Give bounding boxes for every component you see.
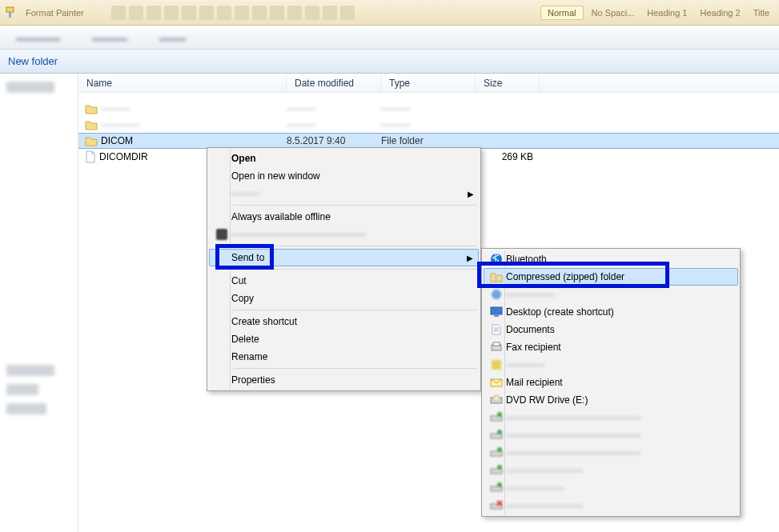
menu-item-network-location[interactable]: ———————— bbox=[484, 462, 738, 479]
file-name: DICOMDIR bbox=[99, 151, 148, 162]
format-painter-label: Format Painter bbox=[21, 8, 89, 18]
word-ribbon: Format Painter Normal No Spaci... Headin… bbox=[0, 0, 779, 26]
menu-item-redacted[interactable]: ————— bbox=[484, 286, 738, 303]
menu-separator bbox=[233, 205, 477, 206]
desktop-icon bbox=[490, 306, 503, 318]
ribbon-icon[interactable] bbox=[235, 6, 249, 20]
menu-item-create-shortcut[interactable]: Create shortcut bbox=[209, 313, 479, 330]
menu-item-delete[interactable]: Delete bbox=[209, 330, 479, 348]
svg-rect-16 bbox=[491, 434, 502, 438]
style-label[interactable]: Title bbox=[749, 8, 774, 18]
menu-item-network-location[interactable]: —————————————— bbox=[484, 409, 738, 426]
zip-folder-icon bbox=[490, 270, 503, 283]
explorer-toolbar: New folder bbox=[0, 50, 779, 74]
ribbon-icon[interactable] bbox=[252, 6, 267, 20]
menu-item-desktop-shortcut[interactable]: Desktop (create shortcut) bbox=[484, 303, 738, 321]
file-type: File folder bbox=[381, 135, 476, 146]
submenu-arrow-icon: ▶ bbox=[468, 190, 474, 198]
menu-item-mail-recipient[interactable]: Mail recipient bbox=[484, 374, 738, 391]
sendto-submenu: Bluetooth Compressed (zipped) folder ———… bbox=[481, 248, 741, 517]
ribbon-icon[interactable] bbox=[305, 6, 319, 20]
breadcrumb[interactable]: ▬▬▬ bbox=[159, 33, 186, 42]
folder-icon bbox=[85, 135, 98, 146]
svg-point-5 bbox=[492, 290, 501, 299]
ribbon-icon[interactable] bbox=[147, 6, 161, 20]
table-row-dicom[interactable]: DICOM 8.5.2017 9:40 File folder bbox=[78, 133, 779, 149]
documents-icon bbox=[490, 323, 503, 336]
column-headers: Name Date modified Type Size bbox=[78, 74, 779, 93]
svg-point-15 bbox=[497, 412, 502, 417]
breadcrumb[interactable]: ▬▬▬▬ bbox=[92, 33, 127, 42]
svg-rect-2 bbox=[216, 229, 227, 240]
menu-item-compressed-folder[interactable]: Compressed (zipped) folder bbox=[484, 268, 738, 286]
menu-separator bbox=[233, 269, 477, 270]
mail-icon bbox=[490, 376, 503, 389]
column-header-date[interactable]: Date modified bbox=[287, 74, 381, 92]
menu-item-network-location[interactable]: —————— bbox=[484, 479, 738, 497]
submenu-arrow-icon: ▶ bbox=[467, 254, 473, 262]
sidebar-item[interactable] bbox=[6, 365, 54, 376]
menu-item-network-location[interactable]: ———————— bbox=[484, 497, 738, 514]
table-row[interactable]: ——— ——— ——— bbox=[78, 101, 779, 117]
svg-rect-10 bbox=[492, 360, 501, 370]
menu-item-redacted[interactable]: ———— bbox=[484, 356, 738, 374]
menu-item-redacted[interactable]: ———▶ bbox=[209, 185, 479, 202]
ribbon-icon[interactable] bbox=[323, 6, 337, 20]
menu-item-send-to[interactable]: Send to▶ bbox=[209, 249, 479, 266]
breadcrumb[interactable]: ▬▬▬▬▬ bbox=[16, 33, 60, 42]
column-header-name[interactable]: Name bbox=[78, 74, 287, 92]
svg-point-17 bbox=[497, 430, 502, 434]
ribbon-icon[interactable] bbox=[270, 6, 284, 20]
sidebar-item[interactable] bbox=[6, 384, 38, 395]
folder-icon bbox=[85, 119, 98, 130]
table-row[interactable]: ———— ——— ——— bbox=[78, 117, 779, 133]
menu-item-open[interactable]: Open bbox=[209, 150, 479, 167]
ribbon-icon[interactable] bbox=[164, 6, 179, 20]
svg-point-23 bbox=[497, 482, 502, 487]
file-size: 269 KB bbox=[476, 151, 540, 162]
menu-item-always-offline[interactable]: Always available offline bbox=[209, 208, 479, 226]
svg-point-13 bbox=[493, 395, 500, 402]
style-normal-button[interactable]: Normal bbox=[540, 6, 583, 20]
ribbon-icon[interactable] bbox=[287, 6, 302, 20]
column-header-type[interactable]: Type bbox=[381, 74, 476, 92]
menu-item-copy[interactable]: Copy bbox=[209, 290, 479, 307]
menu-separator bbox=[233, 246, 477, 246]
ribbon-icon[interactable] bbox=[217, 6, 231, 20]
new-folder-button[interactable]: New folder bbox=[8, 55, 58, 67]
explorer-address-bar[interactable]: ▬▬▬▬▬ ▬▬▬▬ ▬▬▬ bbox=[0, 26, 779, 50]
ribbon-icon[interactable] bbox=[340, 6, 355, 20]
svg-rect-9 bbox=[493, 342, 500, 346]
column-header-size[interactable]: Size bbox=[476, 74, 540, 92]
style-label[interactable]: Heading 2 bbox=[695, 8, 745, 18]
menu-item-fax-recipient[interactable]: Fax recipient bbox=[484, 338, 738, 356]
sidebar-item[interactable] bbox=[6, 403, 46, 414]
ribbon-icon[interactable] bbox=[111, 6, 126, 20]
menu-item-rename[interactable]: Rename bbox=[209, 348, 479, 366]
menu-item-network-location[interactable]: —————————————— bbox=[484, 444, 738, 462]
svg-rect-20 bbox=[491, 469, 502, 474]
network-drive-icon bbox=[490, 411, 503, 424]
style-label[interactable]: No Spaci... bbox=[587, 8, 640, 18]
ribbon-icon[interactable] bbox=[199, 6, 214, 20]
navigation-pane[interactable] bbox=[0, 74, 78, 532]
menu-item-cut[interactable]: Cut bbox=[209, 272, 479, 290]
menu-separator bbox=[233, 310, 477, 310]
folder-icon bbox=[85, 103, 98, 114]
menu-item-bluetooth[interactable]: Bluetooth bbox=[484, 250, 738, 268]
format-painter-icon bbox=[5, 6, 18, 19]
svg-rect-22 bbox=[491, 486, 502, 491]
svg-rect-6 bbox=[491, 307, 502, 314]
ribbon-icon[interactable] bbox=[182, 6, 196, 20]
menu-item-properties[interactable]: Properties bbox=[209, 371, 479, 389]
menu-item-open-new-window[interactable]: Open in new window bbox=[209, 167, 479, 185]
menu-item-network-location[interactable]: —————————————— bbox=[484, 426, 738, 444]
sidebar-item[interactable] bbox=[6, 82, 54, 93]
menu-item-documents[interactable]: Documents bbox=[484, 321, 738, 338]
style-label[interactable]: Heading 1 bbox=[642, 8, 692, 18]
svg-rect-14 bbox=[491, 416, 502, 421]
ribbon-icon[interactable] bbox=[129, 6, 143, 20]
app-icon bbox=[490, 288, 503, 301]
menu-item-redacted[interactable]: —————————————— bbox=[209, 226, 479, 243]
menu-item-dvd-drive[interactable]: DVD RW Drive (E:) bbox=[484, 391, 738, 409]
